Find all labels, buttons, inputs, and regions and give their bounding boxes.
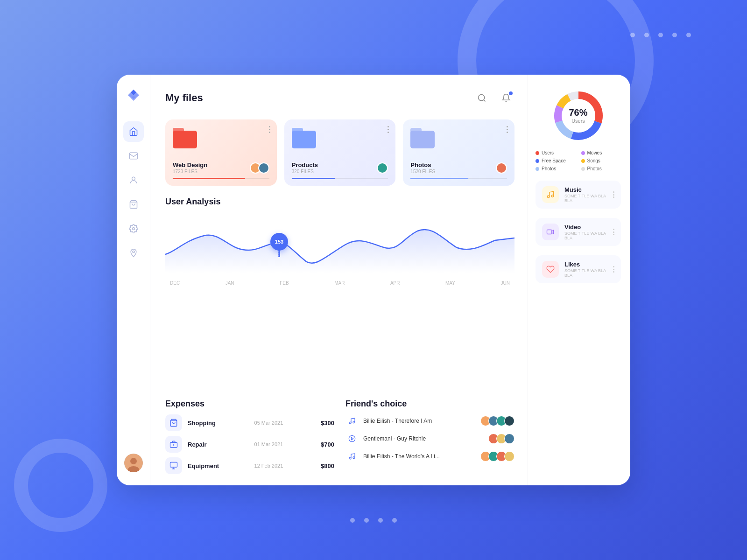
chart-label-feb: FEB <box>280 280 289 286</box>
expense-amount: $700 <box>321 441 334 448</box>
svg-rect-29 <box>547 230 552 234</box>
heart-icon <box>546 265 555 273</box>
repair-icon <box>169 440 178 448</box>
media-item-music[interactable]: Music SOME TITLE WA BLA BLA <box>536 181 621 209</box>
files-section: Web Design 1723 FILES <box>165 119 514 186</box>
svg-point-27 <box>547 196 550 198</box>
file-card-footer: Products 320 FILES <box>292 161 388 174</box>
file-card-menu[interactable] <box>507 126 508 133</box>
sidebar-item-settings[interactable] <box>123 218 144 239</box>
file-progress-bar <box>410 178 468 179</box>
header-icons <box>473 90 514 106</box>
sidebar-item-location[interactable] <box>123 243 144 263</box>
file-name: Web Design <box>173 161 207 168</box>
legend-grid: Users Movies Free Space Songs <box>536 150 621 171</box>
legend-photos: Photos <box>536 166 576 171</box>
expense-name: Shopping <box>188 420 249 427</box>
folder-icon-lightblue <box>410 128 507 148</box>
sidebar <box>117 75 150 485</box>
svg-point-6 <box>130 458 137 464</box>
media-subtitle: SOME TITLE WA BLA BLA <box>564 268 607 278</box>
expense-row-repair: Repair 01 Mar 2021 $700 <box>165 436 334 453</box>
legend-label-movies: Movies <box>587 150 602 155</box>
main-card: My files <box>117 75 630 485</box>
file-card-photos[interactable]: Photos 1520 FILES <box>403 119 514 186</box>
friends-title: Friend's choice <box>345 399 514 409</box>
legend-dot-songs <box>581 159 585 163</box>
file-card-webdesign[interactable]: Web Design 1723 FILES <box>165 119 277 186</box>
media-item-likes[interactable]: Likes SOME TITLE WA BLA BLA <box>536 255 621 283</box>
file-card-menu[interactable] <box>388 126 389 133</box>
svg-point-3 <box>132 228 134 230</box>
svg-point-15 <box>349 422 351 424</box>
media-menu-likes[interactable] <box>613 266 614 273</box>
legend-movies: Movies <box>581 150 621 155</box>
avatar <box>504 416 514 426</box>
friends-list: Billie Eilish - Therefore I Am <box>345 414 514 463</box>
svg-point-4 <box>132 251 134 252</box>
friend-row-3: Billie Eilish - The World's A Li... <box>345 450 514 463</box>
right-panel: 76% Users Users Movies Free S <box>528 75 630 485</box>
svg-line-9 <box>484 100 486 102</box>
media-menu-music[interactable] <box>613 191 614 198</box>
media-menu-video[interactable] <box>613 229 614 235</box>
svg-point-1 <box>132 177 135 180</box>
svg-point-16 <box>353 421 355 423</box>
sidebar-item-home[interactable] <box>123 121 144 142</box>
svg-marker-18 <box>352 437 353 440</box>
file-name: Products <box>292 161 318 168</box>
expenses-card: Expenses Shopping 05 Mar 2021 $300 <box>165 399 334 474</box>
analysis-title: User Analysis <box>165 197 514 207</box>
sidebar-item-mail[interactable] <box>123 146 144 166</box>
sidebar-item-user[interactable] <box>123 170 144 190</box>
bg-dots-bottom <box>350 518 397 523</box>
media-text: Video SOME TITLE WA BLA BLA <box>564 224 607 240</box>
play-icon-wrap <box>345 432 359 445</box>
expense-date: 01 Mar 2021 <box>254 441 316 447</box>
repair-icon-wrap <box>165 436 182 453</box>
user-avatar[interactable] <box>124 454 143 472</box>
avatar <box>504 451 514 462</box>
expense-amount: $800 <box>321 462 334 469</box>
notification-button[interactable] <box>498 90 514 106</box>
expense-row-equipment: Equipment 12 Feb 2021 $800 <box>165 457 334 474</box>
file-progress-bg <box>173 178 269 179</box>
legend-label-users: Users <box>542 150 554 155</box>
likes-icon-wrap <box>542 261 559 278</box>
file-card-footer: Web Design 1723 FILES <box>173 161 269 174</box>
friend-avatars <box>480 451 514 462</box>
file-name: Photos <box>410 161 435 168</box>
music-note-icon <box>348 453 356 460</box>
expense-date: 05 Mar 2021 <box>254 420 316 426</box>
expenses-title: Expenses <box>165 399 334 409</box>
donut-label: Users <box>569 118 587 124</box>
media-title: Likes <box>564 261 607 268</box>
page-title: My files <box>165 92 203 104</box>
donut-percent: 76% <box>569 108 587 117</box>
donut-section: 76% Users Users Movies Free S <box>536 88 621 171</box>
file-count: 1723 FILES <box>173 169 207 174</box>
app-logo[interactable] <box>126 88 141 105</box>
file-card-menu[interactable] <box>269 126 270 133</box>
legend-dot-movies <box>581 151 585 155</box>
music-icon <box>546 190 555 199</box>
file-avatars <box>250 162 269 174</box>
media-title: Music <box>564 186 607 193</box>
video-icon-wrap <box>542 224 559 240</box>
file-card-products[interactable]: Products 320 FILES <box>284 119 396 186</box>
equipment-icon <box>169 462 178 470</box>
expense-name: Equipment <box>188 462 249 469</box>
search-button[interactable] <box>473 90 490 106</box>
media-item-video[interactable]: Video SOME TITLE WA BLA BLA <box>536 218 621 246</box>
chart-labels: DEC JAN FEB MAR APR MAY JUN <box>165 280 514 286</box>
legend-label-songs: Songs <box>587 158 600 163</box>
music-note-icon <box>348 417 356 425</box>
sidebar-item-cart[interactable] <box>123 194 144 215</box>
avatar <box>504 434 514 444</box>
music-icon-wrap-3 <box>345 450 359 463</box>
friend-song-name: Billie Eilish - Therefore I Am <box>363 418 476 424</box>
chart-label-mar: MAR <box>334 280 345 286</box>
expenses-list: Shopping 05 Mar 2021 $300 Repair 01 Mar … <box>165 414 334 474</box>
legend-label-photos2: Photos <box>587 166 602 171</box>
legend-songs: Songs <box>581 158 621 163</box>
